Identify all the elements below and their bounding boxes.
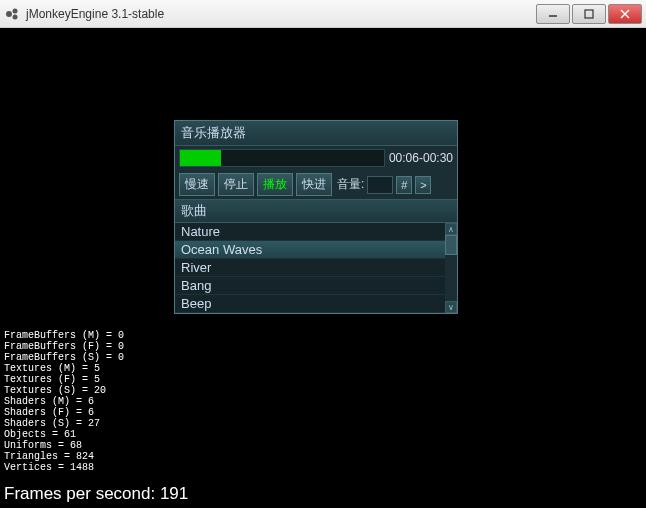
hash-button[interactable]: # xyxy=(396,176,412,194)
minimize-button[interactable] xyxy=(536,4,570,24)
list-item[interactable]: Ocean Waves xyxy=(175,241,457,259)
window-buttons xyxy=(536,4,642,24)
song-list: NatureOcean WavesRiverBangBeep ∧ ∨ xyxy=(175,223,457,313)
panel-title: 音乐播放器 xyxy=(175,121,457,146)
svg-point-1 xyxy=(13,8,18,13)
scrollbar: ∧ ∨ xyxy=(445,223,457,313)
window-title: jMonkeyEngine 3.1-stable xyxy=(26,7,536,21)
fast-button[interactable]: 快进 xyxy=(296,173,332,196)
volume-label: 音量: xyxy=(337,176,364,193)
window-titlebar: jMonkeyEngine 3.1-stable xyxy=(0,0,646,28)
time-display: 00:06-00:30 xyxy=(389,151,453,165)
svg-point-0 xyxy=(6,11,12,17)
play-button[interactable]: 播放 xyxy=(257,173,293,196)
fps-counter: Frames per second: 191 xyxy=(4,484,188,504)
slow-button[interactable]: 慢速 xyxy=(179,173,215,196)
list-item[interactable]: Bang xyxy=(175,277,457,295)
stop-button[interactable]: 停止 xyxy=(218,173,254,196)
close-button[interactable] xyxy=(608,4,642,24)
svg-point-2 xyxy=(13,14,18,19)
svg-rect-4 xyxy=(585,10,593,18)
maximize-button[interactable] xyxy=(572,4,606,24)
scroll-thumb[interactable] xyxy=(445,235,457,255)
debug-stats: FrameBuffers (M) = 0 FrameBuffers (F) = … xyxy=(4,330,124,473)
list-item[interactable]: Nature xyxy=(175,223,457,241)
scroll-down-button[interactable]: ∨ xyxy=(445,301,457,313)
list-item[interactable]: Beep xyxy=(175,295,457,313)
app-icon xyxy=(4,6,20,22)
next-button[interactable]: > xyxy=(415,176,431,194)
scroll-up-button[interactable]: ∧ xyxy=(445,223,457,235)
list-item[interactable]: River xyxy=(175,259,457,277)
progress-row: 00:06-00:30 xyxy=(175,146,457,170)
viewport: 音乐播放器 00:06-00:30 慢速 停止 播放 快进 音量: # > 歌曲… xyxy=(0,28,646,508)
progress-bar[interactable] xyxy=(179,149,385,167)
controls-row: 慢速 停止 播放 快进 音量: # > xyxy=(175,170,457,199)
songs-title: 歌曲 xyxy=(175,199,457,223)
progress-fill xyxy=(180,150,221,166)
music-player-panel: 音乐播放器 00:06-00:30 慢速 停止 播放 快进 音量: # > 歌曲… xyxy=(174,120,458,314)
volume-input[interactable] xyxy=(367,176,393,194)
